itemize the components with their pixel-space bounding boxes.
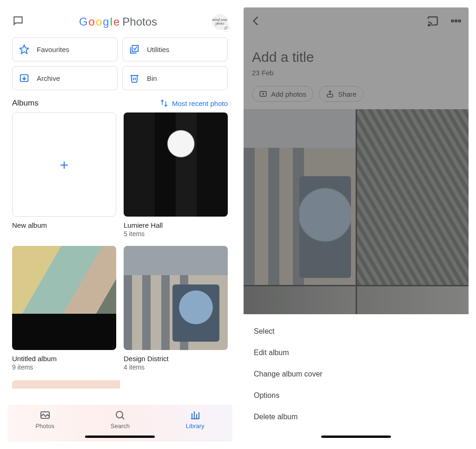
svg-point-8 (116, 411, 123, 418)
album-thumbnail (12, 246, 116, 350)
favourites-shortcut[interactable]: Favourites (12, 37, 118, 61)
app-logo: Google Photos (79, 15, 157, 28)
nav-library[interactable]: Library (186, 409, 205, 429)
albums-section-header: Albums Most recent photo (7, 97, 232, 112)
trash-icon (129, 73, 139, 83)
svg-point-18 (458, 20, 460, 22)
menu-options[interactable]: Options (244, 385, 469, 406)
feedback-icon[interactable] (12, 15, 24, 29)
shortcut-label: Bin (147, 74, 157, 82)
app-name: Photos (122, 15, 157, 28)
more-icon[interactable] (450, 15, 462, 29)
partial-album-row (12, 380, 228, 389)
home-indicator (85, 436, 155, 438)
album-photo-grid (244, 109, 469, 314)
album-subtitle: 9 items (12, 363, 116, 371)
add-photo-icon (259, 90, 267, 98)
album-tile-untitled[interactable]: Untitled album 9 items (12, 246, 116, 371)
library-icon (190, 409, 201, 421)
album-photo[interactable] (357, 286, 469, 314)
album-title: Untitled album (12, 355, 116, 363)
add-photos-chip[interactable]: Add photos (252, 86, 313, 102)
library-screen: Google Photos mind your photo Favourites… (7, 7, 232, 442)
album-title-block: Add a title 23 Feb (244, 36, 469, 83)
new-album-tile[interactable]: ＋ New album (12, 112, 116, 238)
context-menu: Select Edit album Change album cover Opt… (244, 314, 469, 442)
shortcut-label: Favourites (37, 46, 69, 53)
album-detail-screen: Add a title 23 Feb Add photos Share (244, 7, 469, 442)
nav-photos[interactable]: Photos (35, 409, 54, 429)
search-icon (114, 409, 126, 421)
album-title-input[interactable]: Add a title (252, 49, 460, 65)
new-album-thumb: ＋ (12, 112, 116, 217)
album-photo[interactable] (244, 286, 356, 314)
menu-edit-album[interactable]: Edit album (244, 342, 469, 363)
nav-label: Photos (35, 423, 54, 429)
shortcut-label: Utilities (147, 46, 169, 53)
back-button[interactable] (250, 15, 262, 29)
nav-label: Search (111, 423, 130, 429)
album-subtitle: 4 items (124, 363, 228, 371)
sort-label: Most recent photo (172, 99, 228, 107)
album-title: Lumiere Hall (124, 221, 228, 229)
svg-point-17 (455, 20, 457, 22)
shortcut-grid: Favourites Utilities Archive Bin (7, 34, 232, 97)
svg-point-15 (428, 25, 429, 26)
nav-search[interactable]: Search (111, 409, 130, 429)
bin-shortcut[interactable]: Bin (122, 66, 228, 90)
album-tile-design[interactable]: Design District 4 items (124, 246, 228, 371)
share-icon (326, 90, 334, 98)
archive-icon (19, 73, 29, 83)
chip-label: Share (338, 90, 357, 98)
album-thumbnail (124, 112, 228, 217)
album-subtitle: 5 items (124, 230, 228, 238)
svg-point-16 (451, 20, 453, 22)
album-backdrop: Add a title 23 Feb Add photos Share (244, 7, 469, 314)
menu-select[interactable]: Select (244, 321, 469, 342)
svg-line-9 (122, 417, 124, 419)
album-tile-lumiere[interactable]: Lumiere Hall 5 items (124, 112, 228, 238)
shortcut-label: Archive (37, 74, 60, 82)
album-title: New album (12, 221, 116, 229)
album-photo[interactable] (244, 109, 356, 285)
utilities-shortcut[interactable]: Utilities (122, 37, 228, 61)
cast-icon[interactable] (427, 15, 439, 29)
header: Google Photos mind your photo (7, 7, 232, 34)
sort-icon (160, 99, 168, 107)
photo-icon (40, 409, 51, 421)
album-thumbnail (124, 246, 228, 350)
chip-label: Add photos (271, 90, 306, 98)
menu-change-cover[interactable]: Change album cover (244, 363, 469, 385)
album-date: 23 Feb (252, 69, 460, 77)
nav-label: Library (186, 423, 205, 429)
album-actions: Add photos Share (244, 83, 469, 109)
plus-icon: ＋ (57, 155, 71, 174)
album-title: Design District (124, 355, 228, 363)
utilities-icon (129, 44, 139, 54)
svg-marker-1 (20, 45, 28, 53)
account-avatar[interactable]: mind your photo (212, 14, 228, 30)
album-appbar (244, 7, 469, 36)
bottom-nav: Photos Search Library (7, 405, 232, 442)
albums-grid: ＋ New album Lumiere Hall 5 items Untitle… (7, 112, 232, 371)
star-icon (19, 44, 29, 54)
archive-shortcut[interactable]: Archive (12, 66, 118, 90)
menu-delete-album[interactable]: Delete album (244, 406, 469, 428)
album-photo[interactable] (357, 109, 469, 285)
sort-button[interactable]: Most recent photo (160, 99, 228, 107)
section-title: Albums (12, 99, 39, 108)
home-indicator (321, 436, 391, 438)
share-chip[interactable]: Share (319, 86, 364, 102)
incognito-badge-icon (222, 24, 230, 32)
